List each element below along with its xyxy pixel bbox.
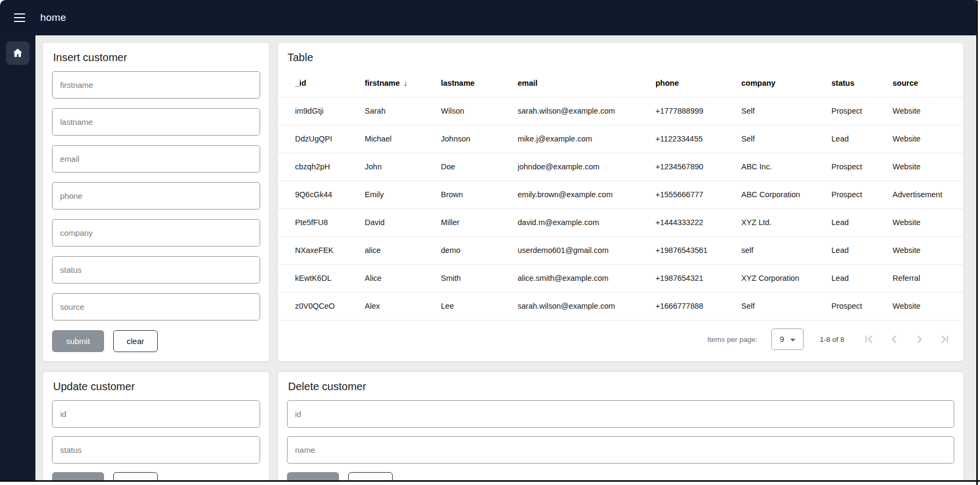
cell-status: Lead (831, 208, 892, 236)
email-field[interactable] (52, 145, 260, 173)
delete-name-field[interactable] (287, 436, 954, 464)
window-edge-bottom (0, 480, 980, 482)
column-header-phone[interactable]: phone (655, 69, 741, 97)
cell-phone: +1234567890 (655, 153, 741, 181)
paginator: Items per page: 9 1-8 of 8 (278, 322, 963, 361)
column-label: status (831, 79, 854, 87)
sidebar (0, 35, 35, 485)
cell-company: XYZ Ltd. (741, 208, 831, 236)
column-header-email[interactable]: email (517, 69, 655, 97)
cell-phone: +1777888999 (655, 97, 741, 125)
cell-company: ABC Corporation (741, 181, 831, 208)
cell-status: Prospect (831, 292, 892, 320)
cell-lastname: Brown (440, 181, 517, 208)
cell-firstname: David (364, 208, 440, 236)
cell-phone: +19876543561 (655, 236, 741, 264)
cell-company: ABC Inc. (741, 153, 831, 181)
customers-table: _idfirstname↓lastnameemailphonecompanyst… (278, 69, 963, 320)
cell-source: Website (892, 97, 963, 125)
cell-id: Pte5fFU8 (278, 208, 364, 236)
column-header-status[interactable]: status (831, 69, 892, 97)
cell-email: johndoe@example.com (517, 153, 655, 181)
next-page-button[interactable] (912, 332, 926, 346)
column-header-company[interactable]: company (741, 69, 831, 97)
first-page-button[interactable] (862, 332, 876, 346)
cell-company: XYZ Corporation (741, 264, 831, 292)
cell-id: z0V0QCeO (278, 292, 364, 320)
firstname-field[interactable] (52, 71, 260, 99)
window-edge-bottom-outer (0, 482, 980, 485)
cell-firstname: John (364, 153, 440, 181)
cell-company: self (741, 236, 831, 264)
cell-firstname: Alex (364, 292, 440, 320)
cell-source: Website (892, 236, 963, 264)
table-row: cbzqh2pHJohnDoejohndoe@example.com+12345… (278, 153, 963, 181)
navbar: home (0, 0, 980, 35)
insert-customer-title: Insert customer (53, 51, 260, 64)
window-edge-right-outer (978, 0, 980, 485)
app-window: home Insert customer submit clear (0, 0, 980, 485)
chevron-right-icon (912, 332, 926, 346)
table-header-row: _idfirstname↓lastnameemailphonecompanyst… (278, 69, 963, 97)
column-header-source[interactable]: source (892, 69, 963, 97)
source-field[interactable] (52, 293, 260, 320)
table-row: z0V0QCeOAlexLeesarah.wilson@example.com+… (278, 292, 963, 320)
cell-lastname: Miller (440, 208, 517, 236)
cell-lastname: Johnson (440, 125, 517, 153)
column-header-lastname[interactable]: lastname (440, 69, 517, 97)
menu-button[interactable] (11, 10, 28, 26)
cell-firstname: alice (364, 236, 440, 264)
column-label: firstname (365, 79, 400, 87)
cell-lastname: demo (440, 236, 517, 264)
page-size-select[interactable]: 9 (771, 329, 804, 350)
delete-customer-card: Delete customer submit clear (277, 371, 964, 485)
last-page-icon (938, 332, 952, 346)
cell-source: Website (892, 292, 963, 320)
cell-source: Website (892, 153, 963, 181)
cell-lastname: Doe (440, 153, 517, 181)
cell-lastname: Lee (440, 292, 517, 320)
sort-arrow-icon: ↓ (403, 78, 408, 87)
cell-firstname: Michael (364, 125, 440, 153)
column-label: company (741, 79, 776, 87)
cell-phone: +1444333222 (655, 208, 741, 236)
delete-customer-title: Delete customer (288, 380, 954, 393)
insert-submit-button[interactable]: submit (52, 330, 104, 352)
status-field[interactable] (52, 256, 260, 283)
cell-company: Self (741, 292, 831, 320)
cell-phone: +1122334455 (655, 125, 741, 153)
chevron-left-icon (887, 332, 901, 346)
table-row: NXaxeFEKalicedemouserdemo601@gmail.com+1… (278, 236, 963, 264)
cell-email: sarah.wilson@example.com (517, 292, 655, 320)
cell-email: userdemo601@gmail.com (517, 236, 655, 264)
table-row: im9dGtjiSarahWilsonsarah.wilson@example.… (278, 97, 963, 125)
column-header-firstname[interactable]: firstname↓ (364, 69, 440, 97)
update-customer-card: Update customer submit clear (42, 371, 270, 485)
delete-id-field[interactable] (287, 400, 954, 428)
column-header-id[interactable]: _id (278, 69, 364, 97)
company-field[interactable] (52, 219, 260, 247)
table-body: im9dGtjiSarahWilsonsarah.wilson@example.… (278, 97, 963, 320)
table-row: kEwtK6DLAliceSmithalice.smith@example.co… (278, 264, 963, 292)
cell-source: Advertisement (892, 181, 963, 208)
update-status-field[interactable] (52, 436, 260, 464)
cell-source: Website (892, 208, 963, 236)
insert-clear-button[interactable]: clear (113, 330, 158, 352)
column-label: email (518, 79, 537, 87)
lastname-field[interactable] (52, 108, 260, 136)
phone-field[interactable] (52, 182, 260, 210)
last-page-button[interactable] (938, 332, 952, 346)
update-id-field[interactable] (52, 400, 260, 428)
table-card: Table _idfirstname↓lastnameemailphonecom… (277, 42, 964, 362)
cell-id: kEwtK6DL (278, 264, 364, 292)
window-edge-right (976, 0, 978, 485)
cell-lastname: Smith (440, 264, 517, 292)
cell-email: alice.smith@example.com (517, 264, 655, 292)
cell-id: 9Q6cGk44 (278, 181, 364, 208)
cell-id: DdzUgQPI (278, 125, 364, 153)
sidebar-item-home[interactable] (6, 41, 30, 65)
cell-phone: +1666777888 (655, 292, 741, 320)
cell-status: Prospect (831, 181, 892, 208)
previous-page-button[interactable] (887, 332, 901, 346)
cell-id: cbzqh2pH (278, 153, 364, 181)
